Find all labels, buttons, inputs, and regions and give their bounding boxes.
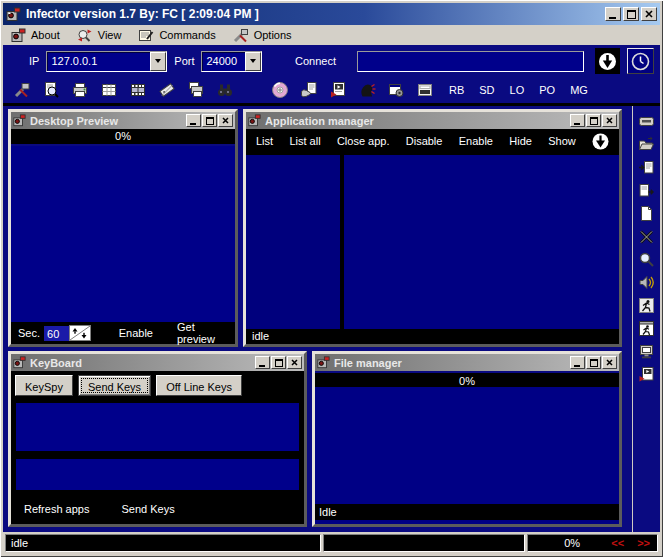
get-preview-button[interactable]: Get preview — [177, 321, 228, 345]
maximize-button[interactable] — [623, 7, 639, 21]
application-list[interactable] — [246, 155, 340, 329]
port-value[interactable]: 24000 — [202, 52, 245, 71]
close-button[interactable] — [287, 356, 302, 369]
menu-about[interactable]: About — [5, 27, 71, 44]
minimize-button[interactable] — [570, 356, 585, 369]
export-doc-icon[interactable] — [638, 182, 655, 199]
speak-icon[interactable] — [358, 81, 376, 99]
toolbar-label-po[interactable]: PO — [539, 84, 555, 96]
hide-button[interactable]: Hide — [509, 135, 532, 147]
delete-icon[interactable] — [638, 228, 655, 245]
close-button[interactable] — [602, 114, 617, 127]
minimize-button[interactable] — [186, 114, 201, 127]
tools-icon[interactable] — [13, 81, 31, 99]
disable-button[interactable]: Disable — [406, 135, 443, 147]
desktop-preview-title-bar[interactable]: Desktop Preview — [11, 112, 235, 129]
keyboard-title-bar[interactable]: KeyBoard — [11, 354, 304, 371]
menu-options-label: Options — [254, 29, 292, 41]
maximize-button[interactable] — [271, 356, 286, 369]
run-icon[interactable] — [638, 297, 655, 314]
close-button[interactable] — [218, 114, 233, 127]
open-folder-icon[interactable] — [638, 136, 655, 153]
new-doc-icon[interactable] — [638, 205, 655, 222]
port-dropdown-button[interactable] — [245, 52, 261, 71]
list-button[interactable]: List — [256, 135, 273, 147]
window-icon-camera — [317, 356, 330, 369]
offline-keys-button[interactable]: Off Line Keys — [156, 375, 242, 396]
close-app-button[interactable]: Close app. — [337, 135, 390, 147]
speaker-icon[interactable] — [638, 274, 655, 291]
connect-bar: IP 127.0.0.1 Port 24000 Connect — [3, 45, 660, 77]
sec-spinner[interactable] — [69, 325, 91, 341]
list-all-button[interactable]: List all — [289, 135, 320, 147]
send-file-icon[interactable] — [300, 81, 318, 99]
application-detail-panel[interactable] — [344, 155, 619, 329]
application-manager-title: Application manager — [265, 115, 374, 127]
menu-view[interactable]: View — [71, 27, 133, 44]
print-icon[interactable] — [71, 81, 89, 99]
media-clip-icon[interactable] — [638, 366, 655, 383]
maximize-button[interactable] — [586, 356, 601, 369]
monitor-icon[interactable] — [638, 343, 655, 360]
print-preview-icon[interactable] — [42, 81, 60, 99]
window-icon[interactable] — [416, 81, 434, 99]
show-button[interactable]: Show — [548, 135, 576, 147]
sec-value-field[interactable]: 60 — [44, 326, 69, 341]
run-window-icon[interactable] — [638, 320, 655, 337]
keylog-textarea[interactable] — [16, 403, 299, 451]
cd-icon[interactable] — [271, 81, 289, 99]
paste-doc-icon[interactable] — [638, 159, 655, 176]
maximize-button[interactable] — [586, 114, 601, 127]
find-icon[interactable] — [216, 81, 234, 99]
minimize-button[interactable] — [255, 356, 270, 369]
minimize-button[interactable] — [605, 7, 621, 21]
port-combobox[interactable]: 24000 — [201, 51, 262, 72]
command-input[interactable] — [357, 51, 584, 72]
file-manager-footer — [315, 520, 619, 524]
enable-button[interactable]: Enable — [459, 135, 493, 147]
media-icon[interactable] — [329, 81, 347, 99]
file-manager-window: File manager 0% Idle — [312, 351, 622, 527]
ip-dropdown-button[interactable] — [150, 52, 166, 71]
back-arrows-button[interactable]: << — [611, 537, 624, 549]
menu-commands[interactable]: Commands — [132, 27, 226, 44]
preview-progress-bar: 0% — [11, 129, 235, 144]
application-icon[interactable] — [387, 81, 405, 99]
title-bar[interactable]: Infector version 1.7 By: FC [ 2:09:04 PM… — [3, 3, 660, 25]
refresh-apps-button[interactable]: Refresh apps — [24, 503, 89, 515]
file-manager-title-bar[interactable]: File manager — [315, 354, 619, 371]
table-icon[interactable] — [100, 81, 118, 99]
application-manager-title-bar[interactable]: Application manager — [246, 112, 619, 129]
search-icon[interactable] — [638, 251, 655, 268]
power-down-button[interactable] — [595, 48, 620, 74]
send-keys-input[interactable] — [16, 459, 299, 490]
toolbar-label-sd[interactable]: SD — [479, 84, 494, 96]
status-bar: idle 0% << >> — [3, 532, 660, 554]
enable-button[interactable]: Enable — [119, 327, 153, 339]
menu-options[interactable]: Options — [227, 27, 303, 44]
titlebar-button-icon[interactable] — [638, 113, 655, 130]
power-down-icon — [592, 133, 609, 150]
clock-button[interactable] — [627, 48, 654, 74]
connect-button[interactable]: Connect — [295, 55, 336, 67]
toolbar-label-rb[interactable]: RB — [449, 84, 464, 96]
toolbar-label-lo[interactable]: LO — [510, 84, 525, 96]
close-button[interactable] — [641, 7, 657, 21]
maximize-button[interactable] — [202, 114, 217, 127]
send-keys-button[interactable]: Send Keys — [78, 375, 151, 396]
power-down-button[interactable] — [592, 133, 609, 150]
desktop-preview-title: Desktop Preview — [30, 115, 118, 127]
toolbar-label-mg[interactable]: MG — [570, 84, 588, 96]
close-button[interactable] — [602, 356, 617, 369]
ip-combobox[interactable]: 127.0.0.1 — [46, 51, 167, 72]
print-queue-icon[interactable] — [187, 81, 205, 99]
forward-arrows-button[interactable]: >> — [637, 537, 650, 549]
tags-icon[interactable] — [158, 81, 176, 99]
file-list-panel[interactable] — [315, 387, 619, 504]
film-icon[interactable] — [129, 81, 147, 99]
minimize-button[interactable] — [570, 114, 585, 127]
keyspy-button[interactable]: KeySpy — [15, 375, 73, 396]
send-keys-action-button[interactable]: Send Keys — [121, 503, 174, 515]
window-icon-camera — [248, 114, 261, 127]
ip-value[interactable]: 127.0.0.1 — [47, 52, 150, 71]
